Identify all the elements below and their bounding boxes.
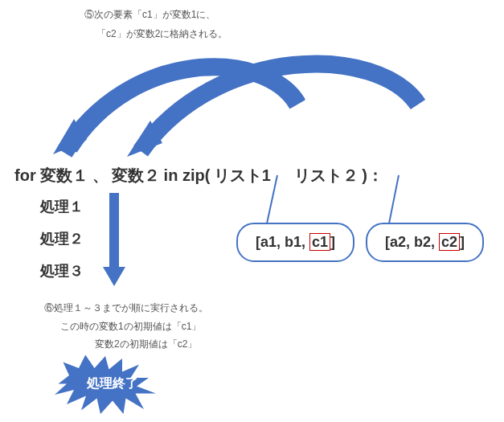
list2-bubble: [a2, b2, c2] bbox=[366, 223, 484, 262]
end-label: 処理終了 bbox=[52, 375, 173, 392]
separator-2: 、 bbox=[274, 166, 290, 184]
list2-item: b2 bbox=[414, 234, 431, 250]
in-zip-open: in zip( bbox=[164, 166, 211, 184]
separator: 、 bbox=[92, 166, 109, 184]
list1-item-highlighted: c1 bbox=[309, 233, 330, 251]
annotation-top-line1: ⑤次の要素「c1」が変数1に、 bbox=[84, 8, 215, 22]
list1-item: a1 bbox=[260, 234, 277, 250]
arrow-down-icon bbox=[104, 193, 124, 289]
close-paren: )： bbox=[362, 166, 383, 184]
annotation-top-line2: 「c2」が変数2に格納される。 bbox=[96, 27, 227, 41]
for-statement: for 変数１ 、 変数２ in zip( リスト1 、 リスト２ )： bbox=[14, 165, 383, 186]
annotation-bottom-line3: 変数2の初期値は「c2」 bbox=[95, 338, 197, 351]
annotation-bottom-line2: この時の変数1の初期値は「c1」 bbox=[60, 320, 201, 334]
process-3: 処理３ bbox=[40, 261, 84, 281]
list-1: リスト1 bbox=[214, 166, 271, 184]
svg-marker-1 bbox=[127, 121, 162, 157]
process-1: 処理１ bbox=[40, 197, 84, 216]
list2-item-highlighted: c2 bbox=[439, 233, 460, 251]
list-2: リスト２ bbox=[294, 166, 359, 184]
process-2: 処理２ bbox=[40, 229, 84, 248]
list1-bubble: [a1, b1, c1] bbox=[236, 223, 354, 262]
variable-2: 変数２ bbox=[112, 166, 160, 184]
list2-item: a2 bbox=[390, 234, 406, 250]
annotation-bottom-line1: ⑥処理１～３までが順に実行される。 bbox=[44, 301, 208, 315]
variable-1: 変数１ bbox=[40, 166, 88, 184]
svg-marker-0 bbox=[53, 119, 87, 154]
end-starburst: 処理終了 bbox=[52, 354, 173, 414]
list1-item: b1 bbox=[285, 234, 301, 250]
for-keyword: for bbox=[14, 166, 40, 184]
